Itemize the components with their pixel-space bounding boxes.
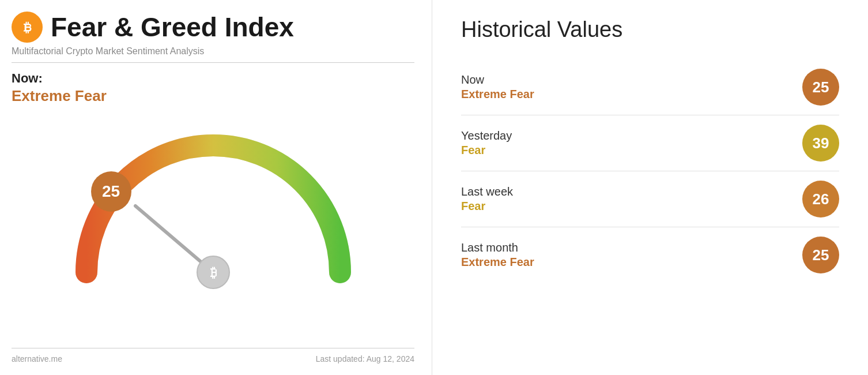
hist-score-circle: 39 bbox=[802, 125, 839, 162]
hist-score-circle: 26 bbox=[802, 181, 839, 217]
subtitle: Multifactorial Crypto Market Sentiment A… bbox=[12, 46, 414, 57]
hist-score-circle: 25 bbox=[802, 237, 839, 273]
now-label: Now: bbox=[12, 71, 414, 86]
historical-item: Yesterday Fear 39 bbox=[461, 115, 839, 171]
hist-sentiment: Fear bbox=[461, 200, 513, 213]
hist-sentiment: Extreme Fear bbox=[461, 88, 534, 101]
bitcoin-icon bbox=[12, 12, 43, 43]
hist-left: Last week Fear bbox=[461, 185, 513, 213]
current-sentiment: Extreme Fear bbox=[12, 87, 414, 105]
hist-score-circle: 25 bbox=[802, 69, 839, 106]
score-value: 25 bbox=[102, 182, 120, 201]
page-title: Fear & Greed Index bbox=[51, 14, 294, 40]
right-panel: Historical Values Now Extreme Fear 25 Ye… bbox=[432, 0, 868, 375]
hist-period: Last month bbox=[461, 241, 534, 254]
footer-source: alternative.me bbox=[12, 354, 62, 363]
svg-text:₿: ₿ bbox=[210, 265, 216, 280]
hist-left: Now Extreme Fear bbox=[461, 73, 534, 101]
hist-period: Yesterday bbox=[461, 129, 512, 142]
left-panel: Fear & Greed Index Multifactorial Crypto… bbox=[0, 0, 432, 375]
footer-updated: Last updated: Aug 12, 2024 bbox=[316, 354, 414, 363]
hist-left: Last month Extreme Fear bbox=[461, 241, 534, 269]
footer-row: alternative.me Last updated: Aug 12, 202… bbox=[12, 348, 414, 363]
score-bubble: 25 bbox=[91, 171, 131, 212]
hist-period: Now bbox=[461, 73, 534, 87]
historical-item: Now Extreme Fear 25 bbox=[461, 59, 839, 115]
hist-left: Yesterday Fear bbox=[461, 129, 512, 157]
header-row: Fear & Greed Index bbox=[12, 12, 414, 43]
hist-sentiment: Extreme Fear bbox=[461, 256, 534, 269]
gauge-container: ₿ 25 bbox=[52, 117, 375, 290]
historical-item: Last week Fear 26 bbox=[461, 171, 839, 227]
hist-sentiment: Fear bbox=[461, 144, 512, 157]
hist-period: Last week bbox=[461, 185, 513, 198]
historical-title: Historical Values bbox=[461, 17, 839, 42]
historical-item: Last month Extreme Fear 25 bbox=[461, 227, 839, 283]
divider-top bbox=[12, 62, 414, 63]
bitcoin-svg bbox=[18, 18, 36, 36]
historical-list: Now Extreme Fear 25 Yesterday Fear 39 La… bbox=[461, 59, 839, 283]
